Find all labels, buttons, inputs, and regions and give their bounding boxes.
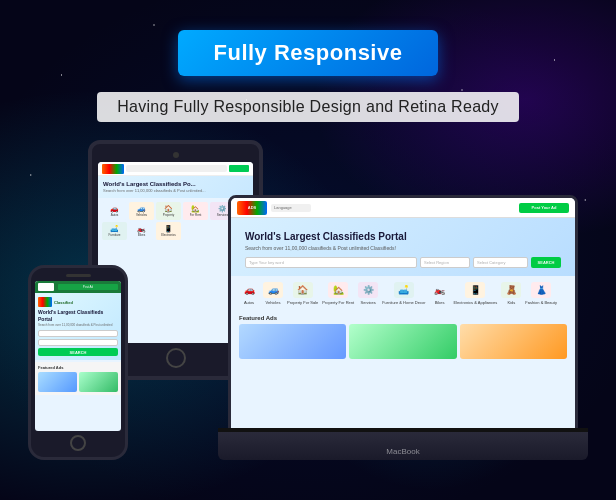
phone-ad-2	[79, 372, 118, 392]
laptop-icon-property-rent: 🏡 Property For Rent	[322, 282, 354, 305]
laptop-post-btn: Post Your Ad	[519, 203, 569, 213]
phone-ad-1	[38, 372, 77, 392]
tablet-logo	[102, 164, 124, 174]
laptop-search-btn[interactable]: SEARCH	[531, 257, 561, 268]
phone-screen: Post Ad Classified World's Largest Class…	[35, 281, 121, 431]
phone-home-btn	[70, 435, 86, 451]
laptop-icon-furniture: 🛋️ Furniture & Home Decor	[382, 282, 425, 305]
phone-featured-label: Featured Ads	[38, 365, 118, 370]
laptop-category-input[interactable]: Select Category	[473, 257, 528, 268]
tablet-hero-title: World's Largest Classifieds Po...	[103, 181, 248, 187]
laptop-lang-selector: Language	[271, 204, 311, 212]
phone-hero-title: World's Largest Classifieds Portal	[38, 309, 118, 322]
laptop-icon-bikes: 🏍️ Bikes	[430, 282, 450, 305]
laptop-hero-title: World's Largest Classifieds Portal	[245, 230, 419, 243]
laptop-base	[218, 432, 588, 460]
tablet-hero-sub: Search from over 11,00,000 classifieds &…	[103, 188, 248, 193]
laptop-logo: ADS	[237, 201, 267, 215]
phone-brand: Classified	[54, 300, 73, 305]
laptop-icon-services: ⚙️ Services	[358, 282, 378, 305]
laptop-ad-2	[349, 324, 456, 359]
laptop-icon-electronics: 📱 Electronics & Appliances	[454, 282, 498, 305]
phone-device: Post Ad Classified World's Largest Class…	[28, 265, 128, 460]
laptop-hero-sub: Search from over 11,00,000 classifieds &…	[245, 245, 561, 251]
tablet-icon-3: 🏠 Property	[156, 202, 181, 220]
laptop-icon-property-sale: 🏠 Property For Sale	[287, 282, 318, 305]
tablet-icon-7: 🏍️ Bikes	[129, 222, 154, 240]
laptop-ad-1	[239, 324, 346, 359]
laptop-icon-fashion: 👗 Fashion & Beauty	[525, 282, 557, 305]
laptop-device: ADS Language Post Your Ad World's Larges…	[218, 195, 588, 460]
phone-speaker	[66, 274, 91, 277]
phone-keyword-input[interactable]	[38, 330, 118, 337]
tablet-icon-8: 📱 Electronics	[156, 222, 181, 240]
phone-region-select[interactable]	[38, 339, 118, 346]
phone-nav-btn: Post Ad	[58, 284, 118, 290]
fully-responsive-badge: Fully Responsive	[178, 30, 439, 76]
phone-hero-sub: Search from over 11,00,000 classifieds &…	[38, 323, 118, 327]
laptop-ad-3	[460, 324, 567, 359]
tablet-search-bar	[126, 165, 227, 172]
tablet-camera	[173, 152, 179, 158]
laptop-icon-kids: 🧸 Kids	[501, 282, 521, 305]
laptop-region-input[interactable]: Select Region	[420, 257, 470, 268]
devices-container: World's Largest Classifieds Po... Search…	[28, 140, 588, 460]
phone-logo	[38, 283, 54, 291]
tablet-icon-2: 🚙 Vehicles	[129, 202, 154, 220]
phone-classified-logo	[38, 297, 52, 307]
laptop-keyword-input[interactable]: Type Your key word	[245, 257, 417, 268]
tablet-home-btn	[166, 348, 186, 368]
tablet-icon-6: 🛋️ Furniture	[102, 222, 127, 240]
laptop-icon-autos: 🚗 Autos	[239, 282, 259, 305]
subtitle-text: Having Fully Responsible Design and Reti…	[97, 92, 519, 122]
laptop-icon-vehicles: 🚙 Vehicles	[263, 282, 283, 305]
phone-search-btn[interactable]: SEARCH	[38, 348, 118, 356]
tablet-icon-4: 🏡 For Rent	[183, 202, 208, 220]
main-content: Fully Responsive Having Fully Responsibl…	[0, 0, 616, 460]
tablet-icon-1: 🚗 Autos	[102, 202, 127, 220]
laptop-featured-title: Featured Ads	[239, 315, 567, 321]
tablet-post-btn	[229, 165, 249, 172]
